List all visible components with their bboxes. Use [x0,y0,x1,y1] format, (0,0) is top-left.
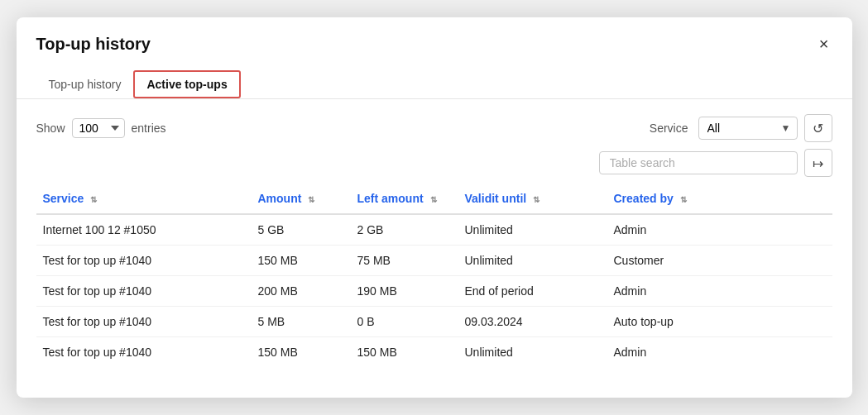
sort-icon-left-amount: ⇅ [430,195,437,204]
search-input[interactable] [599,151,798,174]
modal-container: Top-up history × Top-up history Active t… [17,17,852,398]
cell-created_by: Admin [607,337,832,368]
search-row: ↦ [17,149,852,184]
table-header-row: Service ⇅ Amount ⇅ Left amount ⇅ Validit… [36,184,832,214]
service-select-wrap: All Internet Voice ▼ [698,117,798,140]
table-row: Test for top up #1040150 MB75 MBUnlimite… [36,246,832,276]
sort-icon-created-by: ⇅ [680,195,687,204]
col-header-created-by[interactable]: Created by ⇅ [607,184,832,214]
cell-amount: 150 MB [252,246,351,276]
show-label: Show [36,122,65,135]
service-label: Service [650,122,688,135]
table-row: Test for top up #1040200 MB190 MBEnd of … [36,276,832,307]
cell-valid_until: Unlimited [458,214,607,246]
tabs-row: Top-up history Active top-ups [17,64,852,98]
cell-amount: 5 MB [252,307,351,337]
modal-title: Top-up history [36,35,151,54]
table-row: Internet 100 12 #10505 GB2 GBUnlimitedAd… [36,214,832,246]
cell-left_amount: 190 MB [351,276,458,307]
sort-icon-valid-until: ⇅ [533,195,540,204]
cell-service: Test for top up #1040 [36,307,252,337]
sort-icon-service: ⇅ [90,195,97,204]
cell-created_by: Customer [607,246,832,276]
cell-created_by: Admin [607,276,832,307]
cell-left_amount: 2 GB [351,214,458,246]
cell-left_amount: 0 B [351,307,458,337]
sort-icon-amount: ⇅ [308,195,314,204]
cell-service: Test for top up #1040 [36,246,252,276]
cell-valid_until: 09.03.2024 [458,307,607,337]
table-row: Test for top up #1040150 MB150 MBUnlimit… [36,337,832,368]
cell-amount: 200 MB [252,276,351,307]
cell-left_amount: 75 MB [351,246,458,276]
table-body: Internet 100 12 #10505 GB2 GBUnlimitedAd… [36,214,832,367]
col-header-valid-until[interactable]: Validit until ⇅ [458,184,607,214]
tab-active-topups[interactable]: Active top-ups [133,70,240,98]
controls-row: Show 10 25 50 100 entries Service All In… [17,99,852,149]
col-header-service[interactable]: Service ⇅ [36,184,252,214]
export-button[interactable]: ↦ [804,149,832,177]
cell-amount: 5 GB [252,214,351,246]
cell-valid_until: Unlimited [458,337,607,368]
entries-select[interactable]: 10 25 50 100 [72,118,125,138]
refresh-button[interactable]: ↺ [804,114,832,142]
col-header-amount[interactable]: Amount ⇅ [252,184,351,214]
cell-valid_until: Unlimited [458,246,607,276]
entries-label: entries [132,122,166,135]
close-button[interactable]: × [816,32,832,55]
table-row: Test for top up #10405 MB0 B09.03.2024Au… [36,307,832,337]
modal-header: Top-up history × [17,17,852,64]
cell-service: Test for top up #1040 [36,276,252,307]
cell-service: Test for top up #1040 [36,337,252,368]
service-select[interactable]: All Internet Voice [698,117,798,140]
cell-created_by: Admin [607,214,832,246]
cell-left_amount: 150 MB [351,337,458,368]
col-header-left-amount[interactable]: Left amount ⇅ [351,184,458,214]
cell-created_by: Auto top-up [607,307,832,337]
cell-amount: 150 MB [252,337,351,368]
show-entries-control: Show 10 25 50 100 entries [36,118,166,138]
service-filter-group: Service All Internet Voice ▼ ↺ [650,114,832,142]
tab-history[interactable]: Top-up history [36,71,134,98]
table-wrap: Service ⇅ Amount ⇅ Left amount ⇅ Validit… [17,184,852,387]
cell-valid_until: End of period [458,276,607,307]
cell-service: Internet 100 12 #1050 [36,214,252,246]
active-topups-table: Service ⇅ Amount ⇅ Left amount ⇅ Validit… [36,184,832,367]
